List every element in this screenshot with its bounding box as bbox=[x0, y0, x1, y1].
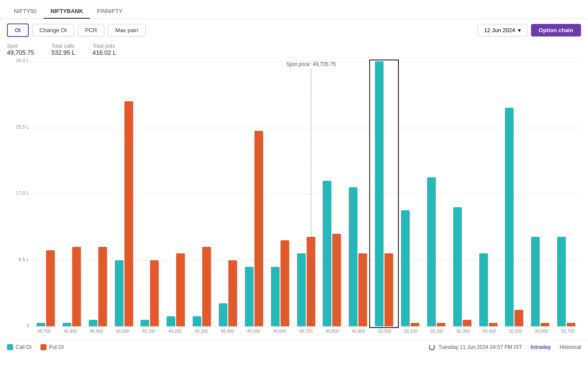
x-label-4: 49,100 bbox=[136, 327, 162, 339]
call-bar-6 bbox=[193, 316, 201, 326]
bar-group-17 bbox=[475, 253, 501, 326]
call-bar-1 bbox=[63, 323, 71, 326]
put-bar-11 bbox=[332, 234, 341, 327]
x-label-11: 49,800 bbox=[319, 327, 345, 339]
total-puts-label: Total puts bbox=[93, 43, 117, 49]
bar-group-15 bbox=[423, 177, 449, 326]
put-bar-0 bbox=[46, 250, 55, 326]
refresh-area: Tuesday 11 Jun 2024 04:57 PM IST bbox=[429, 344, 522, 350]
x-label-1: 48,800 bbox=[57, 327, 83, 339]
call-bar-15 bbox=[427, 177, 436, 326]
historical-button[interactable]: Historical bbox=[560, 344, 581, 350]
nav-tab-nifty50[interactable]: NIFTY50 bbox=[7, 4, 43, 19]
bar-group-11 bbox=[319, 181, 345, 327]
intraday-button[interactable]: Intraday bbox=[531, 344, 551, 350]
put-bar-14 bbox=[411, 323, 419, 326]
option-chain-button[interactable]: Option chain bbox=[531, 24, 581, 36]
call-bar-3 bbox=[115, 260, 124, 327]
y-axis-label-1: 25.5 L bbox=[7, 124, 29, 129]
call-bar-10 bbox=[297, 253, 306, 326]
put-bar-18 bbox=[514, 310, 523, 326]
call-bar-4 bbox=[140, 320, 149, 326]
x-label-15: 50,200 bbox=[424, 327, 450, 339]
bar-group-3 bbox=[111, 101, 137, 327]
bar-group-18 bbox=[501, 108, 527, 326]
call-bar-12 bbox=[349, 187, 357, 326]
top-nav: NIFTY50NIFTYBANKFINNIFTY bbox=[0, 0, 588, 19]
call-bar-7 bbox=[219, 303, 227, 326]
call-bar-8 bbox=[245, 267, 254, 326]
x-label-9: 49,600 bbox=[267, 327, 293, 339]
spot-value: 49,705.75 bbox=[7, 49, 34, 56]
total-calls-value: 532.95 L bbox=[51, 49, 75, 56]
stats-bar: Spot 49,705.75 Total calls 532.95 L Tota… bbox=[0, 41, 588, 61]
put-bar-6 bbox=[202, 247, 211, 326]
x-label-3: 49,000 bbox=[110, 327, 136, 339]
bar-group-10 bbox=[293, 237, 319, 326]
x-axis: 48,70048,80048,90049,00049,10049,20049,3… bbox=[31, 327, 581, 339]
bar-group-14 bbox=[397, 210, 423, 326]
bar-group-13 bbox=[371, 61, 397, 326]
chart-area: 34.0 L25.5 L17.0 L8.5 L048,70048,80048,9… bbox=[7, 61, 581, 339]
toolbar-btn-max_pain[interactable]: Max pain bbox=[108, 24, 146, 36]
put-bar-10 bbox=[307, 237, 315, 326]
spot-price-label: Spot price: 49,705.75 bbox=[286, 61, 336, 67]
x-label-19: 50,600 bbox=[528, 327, 555, 339]
x-label-0: 48,700 bbox=[31, 327, 57, 339]
bar-group-4 bbox=[137, 260, 163, 327]
spot-stat: Spot 49,705.75 bbox=[7, 43, 34, 56]
put-bar-2 bbox=[98, 247, 107, 326]
put-bar-4 bbox=[150, 260, 159, 327]
bar-group-6 bbox=[189, 247, 215, 326]
bar-group-7 bbox=[215, 260, 241, 327]
bar-group-8 bbox=[241, 131, 267, 326]
put-oi-legend: Put OI bbox=[40, 344, 64, 350]
put-bar-9 bbox=[281, 240, 289, 326]
bars-container bbox=[31, 61, 581, 326]
total-calls-stat: Total calls 532.95 L bbox=[51, 43, 75, 56]
call-bar-17 bbox=[479, 253, 488, 326]
bar-group-0 bbox=[33, 250, 59, 326]
date-label: 12 Jun 2024 bbox=[484, 27, 515, 33]
y-axis-label-2: 17.0 L bbox=[7, 190, 29, 196]
nav-tab-niftybank[interactable]: NIFTYBANK bbox=[43, 4, 90, 19]
x-label-2: 48,900 bbox=[83, 327, 109, 339]
x-label-16: 50,300 bbox=[450, 327, 476, 339]
x-label-12: 49,900 bbox=[345, 327, 371, 339]
put-bar-19 bbox=[541, 323, 549, 326]
bar-group-9 bbox=[267, 240, 293, 326]
legend-bar: Call OI Put OI Tuesday 11 Jun 2024 04:57… bbox=[0, 339, 588, 355]
call-bar-11 bbox=[323, 181, 331, 327]
bar-group-2 bbox=[85, 247, 111, 326]
toolbar: OIChange OIPCRMax pain 12 Jun 2024 ▾ Opt… bbox=[0, 19, 588, 41]
call-bar-0 bbox=[37, 323, 45, 326]
x-label-18: 50,500 bbox=[502, 327, 528, 339]
put-bar-5 bbox=[176, 253, 185, 326]
toolbar-btn-oi[interactable]: OI bbox=[7, 23, 29, 37]
x-label-6: 49,300 bbox=[188, 327, 214, 339]
call-oi-legend: Call OI bbox=[7, 344, 32, 350]
date-selector[interactable]: 12 Jun 2024 ▾ bbox=[478, 24, 528, 36]
x-label-10: 49,700 bbox=[293, 327, 319, 339]
toolbar-btn-change_oi[interactable]: Change OI bbox=[32, 24, 74, 36]
call-oi-label: Call OI bbox=[16, 344, 32, 350]
total-calls-label: Total calls bbox=[51, 43, 75, 49]
put-bar-17 bbox=[489, 323, 498, 326]
y-axis-label-4: 0 bbox=[7, 323, 29, 328]
nav-tab-finnifty[interactable]: FINNIFTY bbox=[90, 4, 130, 19]
put-bar-7 bbox=[228, 260, 237, 327]
refresh-icon[interactable] bbox=[429, 344, 435, 350]
refresh-time: Tuesday 11 Jun 2024 04:57 PM IST bbox=[438, 344, 522, 350]
call-bar-2 bbox=[89, 320, 97, 326]
chevron-down-icon: ▾ bbox=[518, 27, 521, 33]
call-oi-color bbox=[7, 344, 13, 350]
x-label-20: 50,700 bbox=[555, 327, 581, 339]
put-bar-15 bbox=[437, 323, 445, 326]
bar-group-5 bbox=[163, 253, 189, 326]
total-puts-stat: Total puts 416.02 L bbox=[93, 43, 117, 56]
x-label-17: 50,400 bbox=[476, 327, 502, 339]
x-label-13: 50,000 bbox=[371, 327, 398, 339]
toolbar-btn-pcr[interactable]: PCR bbox=[78, 24, 104, 36]
x-label-7: 49,400 bbox=[214, 327, 241, 339]
call-bar-9 bbox=[271, 267, 280, 326]
